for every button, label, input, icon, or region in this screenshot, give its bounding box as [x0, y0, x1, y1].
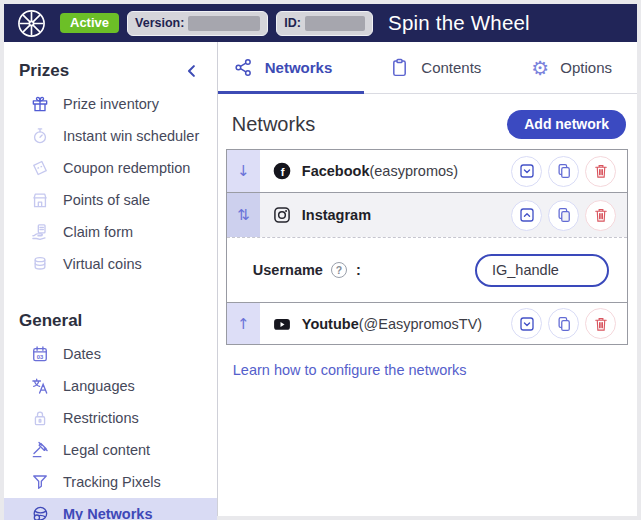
sidebar-item-label: Restrictions	[63, 410, 139, 426]
tab-networks[interactable]: Networks	[218, 42, 365, 93]
id-pill: ID:	[276, 11, 373, 36]
app-window: Active Version: ID: Spin the Wheel Prize…	[4, 4, 637, 516]
copy-icon	[555, 206, 573, 224]
sidebar-item-label: Coupon redemption	[63, 160, 190, 176]
tab-contents[interactable]: Contents	[364, 42, 506, 93]
sidebar-item-label: Legal content	[63, 442, 150, 458]
delete-network-button[interactable]	[585, 200, 616, 231]
wheel-logo-icon	[16, 8, 47, 39]
copy-icon	[555, 315, 573, 333]
ticket-icon	[30, 158, 50, 178]
chevron-up-box-icon	[518, 206, 536, 224]
help-icon[interactable]: ?	[331, 262, 347, 278]
coins-icon	[30, 254, 50, 274]
claim-hand-icon	[30, 222, 50, 242]
sidebar-item-instant-win-scheduler[interactable]: Instant win scheduler	[4, 120, 217, 152]
sidebar-section-general: General	[4, 304, 217, 338]
sidebar-item-label: Claim form	[63, 224, 133, 240]
tab-label: Options	[560, 59, 612, 76]
sidebar-item-claim-form[interactable]: Claim form	[4, 216, 217, 248]
delete-network-button[interactable]	[585, 308, 616, 339]
calendar-icon: 03	[30, 344, 50, 364]
share-icon	[233, 57, 254, 78]
translate-icon	[30, 376, 50, 396]
sidebar-item-virtual-coins[interactable]: Virtual coins	[4, 248, 217, 280]
sidebar-item-label: My Networks	[63, 506, 152, 520]
network-row-youtube: ↑ Youtube(@EasypromosTV)	[227, 302, 627, 344]
duplicate-network-button[interactable]	[548, 156, 579, 187]
chevron-down-box-icon	[518, 315, 536, 333]
svg-text:f: f	[281, 166, 285, 178]
gear-icon: ⚙	[531, 58, 549, 78]
trash-icon	[592, 206, 610, 224]
learn-link[interactable]: Learn how to configure the networks	[233, 362, 467, 378]
drag-handle[interactable]: ⇅	[227, 193, 260, 237]
top-header: Active Version: ID: Spin the Wheel	[4, 4, 637, 42]
sidebar-item-label: Virtual coins	[63, 256, 142, 272]
copy-icon	[555, 162, 573, 180]
svg-text:03: 03	[37, 354, 44, 360]
clipboard-icon	[389, 57, 410, 78]
sidebar: Prizes Prize inventory	[4, 42, 217, 516]
sidebar-item-label: Dates	[63, 346, 101, 362]
collapse-sidebar-chevron-icon[interactable]	[183, 62, 201, 80]
username-input[interactable]	[475, 254, 609, 287]
delete-network-button[interactable]	[585, 156, 616, 187]
username-label: Username ? :	[253, 262, 361, 278]
section-heading: General	[19, 311, 82, 331]
network-name: Instagram	[302, 207, 371, 223]
arrow-up-down-icon: ⇅	[237, 206, 250, 224]
sidebar-item-languages[interactable]: Languages	[4, 370, 217, 402]
gavel-icon	[30, 440, 50, 460]
arrow-up-icon: ↑	[237, 315, 250, 333]
sidebar-item-points-of-sale[interactable]: Points of sale	[4, 184, 217, 216]
facebook-icon: f	[272, 161, 292, 181]
network-name: Facebook(easypromos)	[302, 163, 458, 179]
drag-handle[interactable]: ↑	[227, 303, 260, 344]
youtube-icon	[272, 314, 292, 334]
duplicate-network-button[interactable]	[548, 308, 579, 339]
sidebar-item-coupon-redemption[interactable]: Coupon redemption	[4, 152, 217, 184]
lock-icon	[30, 408, 50, 428]
sidebar-item-label: Instant win scheduler	[63, 128, 199, 144]
chevron-down-box-icon	[518, 162, 536, 180]
id-label: ID:	[284, 16, 301, 30]
sidebar-item-prize-inventory[interactable]: Prize inventory	[4, 88, 217, 120]
tab-bar: Networks Contents ⚙ Options	[218, 42, 637, 94]
networks-content: Networks Add network ↓ f	[218, 94, 637, 379]
sidebar-item-label: Tracking Pixels	[63, 474, 161, 490]
collapse-network-button[interactable]	[511, 200, 542, 231]
instagram-username-row: Username ? :	[227, 237, 627, 302]
version-label: Version:	[135, 16, 184, 30]
gift-icon	[30, 94, 50, 114]
network-name: Youtube(@EasypromosTV)	[302, 316, 482, 332]
expand-network-button[interactable]	[511, 308, 542, 339]
sidebar-item-my-networks[interactable]: My Networks	[4, 498, 217, 520]
network-row-facebook: ↓ f Facebook(easypromos)	[227, 150, 627, 192]
sidebar-item-tracking-pixels[interactable]: Tracking Pixels	[4, 466, 217, 498]
expand-network-button[interactable]	[511, 156, 542, 187]
instagram-icon	[272, 205, 292, 225]
add-network-button[interactable]: Add network	[507, 110, 626, 139]
duplicate-network-button[interactable]	[548, 200, 579, 231]
stopwatch-icon	[30, 126, 50, 146]
trash-icon	[592, 162, 610, 180]
drag-handle[interactable]: ↓	[227, 150, 260, 192]
sidebar-item-label: Prize inventory	[63, 96, 159, 112]
page-title: Spin the Wheel	[388, 11, 530, 35]
version-pill: Version:	[127, 11, 268, 36]
sidebar-item-restrictions[interactable]: Restrictions	[4, 402, 217, 434]
sidebar-item-label: Languages	[63, 378, 135, 394]
tab-label: Contents	[421, 59, 481, 76]
arrow-down-icon: ↓	[237, 162, 250, 180]
network-list: ↓ f Facebook(easypromos)	[226, 149, 628, 345]
sidebar-section-prizes: Prizes	[4, 54, 217, 88]
tab-label: Networks	[265, 59, 333, 76]
section-heading: Prizes	[19, 61, 69, 81]
sidebar-item-dates[interactable]: 03 Dates	[4, 338, 217, 370]
sidebar-item-label: Points of sale	[63, 192, 150, 208]
main-panel: Networks Contents ⚙ Options	[218, 42, 637, 516]
funnel-icon	[30, 472, 50, 492]
tab-options[interactable]: ⚙ Options	[506, 42, 637, 93]
sidebar-item-legal-content[interactable]: Legal content	[4, 434, 217, 466]
